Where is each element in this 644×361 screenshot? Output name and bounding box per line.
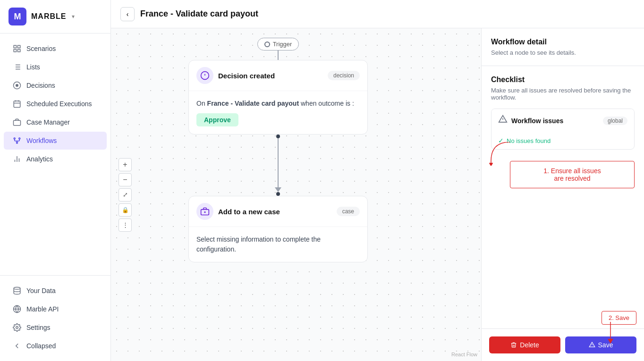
logo-icon: M [8, 8, 26, 25]
decision-icon [196, 67, 213, 84]
svg-rect-12 [14, 101, 20, 108]
back-button[interactable]: ‹ [120, 7, 135, 21]
decision-created-node[interactable]: Decision created decision On France - Va… [188, 60, 368, 134]
sidebar-item-settings[interactable]: Settings [4, 319, 107, 336]
node2-header: Add to a new case case [189, 196, 367, 227]
approve-button[interactable]: Approve [196, 113, 238, 126]
annotation1-box: 1. Ensure all issuesare resolved [510, 161, 635, 188]
connector-dot-bottom [276, 192, 280, 196]
main-area: ‹ France - Validate card payout Trigger [111, 0, 644, 361]
sidebar-item-label: Collapsed [26, 342, 56, 350]
header: ‹ France - Validate card payout [111, 0, 644, 28]
node1-title: Decision created [218, 72, 275, 80]
node1-header-left: Decision created [196, 67, 275, 84]
zoom-in-button[interactable]: + [119, 158, 132, 171]
page-title: France - Validate card payout [140, 9, 258, 19]
workflow-detail-section: Workflow detail Select a node to see its… [482, 28, 644, 66]
main-nav: Scenarios Lists Decisions Scheduled Exec… [0, 34, 110, 275]
node1-body: On France - Validate card payout when ou… [189, 91, 367, 134]
issues-card-header: Workflow issues global [491, 109, 634, 132]
node2-body: Select missing information to complete t… [189, 227, 367, 262]
database-icon [12, 286, 22, 295]
arrow-head-icon [275, 187, 281, 192]
save-button[interactable]: Save [565, 336, 636, 353]
sidebar-item-decisions[interactable]: Decisions [4, 76, 107, 94]
connector-top [278, 50, 279, 60]
panel-footer: Delete Save [482, 328, 644, 361]
annotation1-area: 1. Ensure all issuesare resolved [510, 161, 635, 188]
workflow-detail-sub: Select a node to see its details. [491, 49, 635, 56]
logo-area[interactable]: M MARBLE ▾ [0, 0, 110, 34]
node1-bold: France - Validate card payout [207, 100, 299, 107]
svg-rect-3 [18, 50, 20, 52]
svg-point-19 [17, 142, 18, 143]
content-area: Trigger Decision created decision [111, 28, 644, 361]
svg-marker-37 [608, 339, 613, 344]
svg-point-24 [14, 287, 20, 290]
issues-icon [498, 115, 508, 126]
sidebar-item-case-manager[interactable]: Case Manager [4, 113, 107, 131]
svg-point-18 [19, 138, 20, 139]
calendar-icon [12, 99, 22, 109]
fit-view-button[interactable]: ⤢ [119, 188, 132, 201]
issues-card-left: Workflow issues [498, 115, 563, 126]
sidebar-item-scheduled-executions[interactable]: Scheduled Executions [4, 95, 107, 113]
briefcase-icon [12, 118, 22, 127]
arrow-connector [275, 134, 281, 196]
workflow-canvas[interactable]: Trigger Decision created decision [111, 28, 481, 361]
node1-description: On France - Validate card payout when ou… [196, 99, 360, 109]
logo-chevron-icon: ▾ [72, 13, 75, 20]
sidebar-item-label: Your Data [26, 287, 56, 294]
workflow-nodes: Trigger Decision created decision [188, 38, 368, 262]
add-to-case-node[interactable]: Add to a new case case Select missing in… [188, 196, 368, 262]
save-annotation-area: 2. Save [482, 311, 644, 328]
react-flow-label: React Flow [451, 352, 477, 357]
sidebar-item-label: Decisions [26, 82, 55, 89]
globe-icon [12, 304, 22, 314]
workflow-detail-title: Workflow detail [491, 38, 635, 46]
node2-header-left: Add to a new case [196, 203, 280, 220]
checklist-sub: Make sure all issues are resolved before… [491, 87, 635, 101]
node1-header: Decision created decision [189, 60, 367, 91]
right-panel: Workflow detail Select a node to see its… [481, 28, 644, 361]
sidebar: M MARBLE ▾ Scenarios Lists Decisions [0, 0, 111, 361]
back-icon: ‹ [127, 10, 129, 18]
sidebar-item-label: Settings [26, 324, 51, 331]
chart-icon [12, 154, 22, 164]
sidebar-item-label: Scheduled Executions [26, 100, 92, 108]
svg-rect-1 [18, 45, 20, 48]
circle-dot-icon [12, 81, 22, 90]
annotation2-text: 2. Save [609, 314, 629, 321]
sidebar-item-label: Marble API [26, 305, 59, 313]
svg-point-17 [14, 138, 15, 139]
sidebar-item-analytics[interactable]: Analytics [4, 150, 107, 168]
trigger-dot-icon [264, 42, 270, 47]
delete-button[interactable]: Delete [489, 336, 560, 353]
sidebar-item-workflows[interactable]: Workflows [4, 132, 107, 150]
sidebar-bottom: Your Data Marble API Settings Collapsed [0, 275, 110, 361]
global-badge: global [603, 117, 627, 125]
gear-icon [12, 323, 22, 332]
svg-point-11 [16, 84, 18, 87]
sidebar-item-marble-api[interactable]: Marble API [4, 300, 107, 318]
annotation1-text: 1. Ensure all issuesare resolved [543, 167, 601, 182]
sidebar-item-label: Analytics [26, 155, 53, 163]
node2-description: Select missing information to complete t… [196, 235, 360, 254]
flow-icon [12, 136, 22, 145]
svg-point-27 [16, 327, 18, 329]
sidebar-item-lists[interactable]: Lists [4, 58, 107, 76]
trigger-badge: Trigger [257, 38, 299, 50]
node2-title: Add to a new case [218, 208, 280, 216]
svg-rect-2 [14, 50, 16, 52]
delete-label: Delete [520, 341, 539, 349]
arrow-line [278, 138, 279, 187]
extra-options-button[interactable]: ⋮ [119, 218, 132, 232]
sidebar-item-collapsed[interactable]: Collapsed [4, 337, 107, 355]
lock-button[interactable]: 🔒 [119, 203, 132, 217]
svg-rect-0 [14, 45, 16, 48]
zoom-out-button[interactable]: − [119, 173, 132, 186]
sidebar-item-your-data[interactable]: Your Data [4, 282, 107, 300]
chevron-left-icon [12, 341, 22, 351]
sidebar-item-scenarios[interactable]: Scenarios [4, 40, 107, 58]
sidebar-item-label: Lists [26, 63, 40, 71]
